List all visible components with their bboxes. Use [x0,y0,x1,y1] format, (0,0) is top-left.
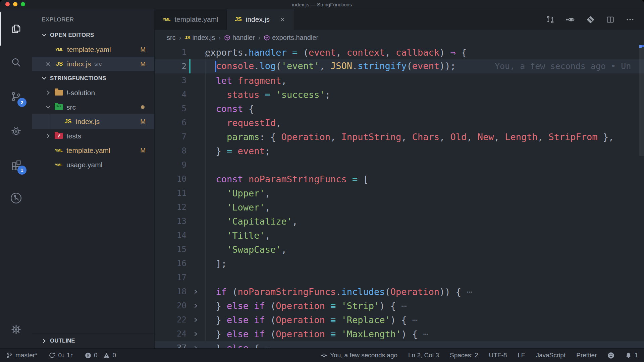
inline-blame-annotation: You, a few seconds ago • Un [495,61,631,71]
file-detail: src [94,61,102,67]
zoom-window-button[interactable] [21,2,25,6]
status-problems-errors[interactable]: 0 [85,352,98,359]
status-problems-warnings[interactable]: 0 [103,352,116,359]
status-encoding[interactable]: UTF-8 [489,352,507,359]
status-cursor-position[interactable]: Ln 2, Col 3 [408,352,439,359]
chevron-right-icon[interactable] [44,89,52,96]
code-line-8[interactable]: 8 } = event; [155,144,644,158]
code-line-16[interactable]: 16 ]; [155,256,644,270]
fold-chevron-icon[interactable] [186,303,205,309]
breadcrumb-item-src[interactable]: src [167,34,176,42]
file-label: !-solution [66,89,95,97]
activity-item-source-control[interactable]: 2 [0,79,32,113]
breadcrumb: src›JSindex.js›handler›exports.handler [155,30,644,45]
explorer-sidebar: EXPLORER OPEN EDITORSYMLtemplate.yamlMJS… [32,9,155,348]
tab-index.js[interactable]: JSindex.js [227,9,294,30]
tree-folder-tests[interactable]: tests [32,129,154,143]
code-line-18[interactable]: 18 if (noParamStringFuncs.includes(Opera… [155,285,644,299]
activity-item-explorer[interactable] [0,12,32,46]
breadcrumb-item-index.js[interactable]: JSindex.js [184,34,215,42]
close-editor-icon[interactable] [44,61,53,67]
code-line-11[interactable]: 11 'Upper', [155,186,644,200]
code-editor[interactable]: ⋯ 1exports.handler = (event, context, ca… [155,45,644,348]
chevron-right-icon[interactable] [44,133,52,139]
code-line-15[interactable]: 15 'SwapCase', [155,242,644,256]
code-line-2[interactable]: 2 console.log('event', JSON.stringify(ev… [155,59,644,73]
fold-chevron-icon[interactable] [186,345,205,349]
code-text: params: { Operation, InputString, Chars,… [205,132,614,142]
code-line-24[interactable]: 24 } else if (Operation ≡ 'MaxLength') {… [155,327,644,341]
activity-item-search[interactable] [0,46,32,79]
code-line-20[interactable]: 20 } else if (Operation ≡ 'Strip') { ⋯ [155,299,644,313]
line-number: 9 [155,160,186,170]
activity-item-extensions[interactable]: 1 [0,147,32,181]
tab-template.yaml[interactable]: YMLtemplate.yaml [155,9,227,30]
tree-folder--solution[interactable]: !-solution [32,85,154,100]
status-eol[interactable]: LF [518,352,525,359]
code-text: } else if (Operation ≡ 'MaxLength') { ⋯ [205,329,429,339]
status-label: Prettier [576,352,597,359]
chevron-down-icon[interactable] [44,104,52,110]
breadcrumb-item-handler[interactable]: handler [224,34,255,42]
git-modified-gutter [189,59,191,73]
status-feedback[interactable] [607,352,614,359]
close-window-button[interactable] [5,2,10,6]
file-label: template.yaml [66,146,110,155]
line-number: 24 [155,329,186,339]
compare-changes-icon[interactable] [546,15,555,24]
code-line-14[interactable]: 14 'Title', [155,228,644,242]
close-tab-icon[interactable] [279,16,286,23]
scrollbar-thumb[interactable] [639,45,644,156]
fold-chevron-icon[interactable] [186,317,205,323]
fold-chevron-icon[interactable] [186,289,205,295]
fold-chevron-icon[interactable] [186,331,205,337]
line-number: 4 [155,90,186,99]
code-line-10[interactable]: 10 const noParamStringFuncs = [ [155,172,644,186]
code-line-12[interactable]: 12 'Lower', [155,200,644,214]
code-line-1[interactable]: 1exports.handler = (event, context, call… [155,45,644,59]
activity-item-settings[interactable] [0,312,32,346]
editor-scrollbar[interactable] [639,45,644,348]
code-line-13[interactable]: 13 'Capitalize', [155,214,644,228]
section-header-open-editors[interactable]: OPEN EDITORS [32,28,154,42]
vscode-window: index.js — StringFunctions 21 EXPLORER O… [0,0,644,362]
code-line-5[interactable]: 5 const { [155,102,644,116]
outline-section-header[interactable]: OUTLINE [32,333,154,348]
status-label: Spaces: 2 [450,352,478,359]
code-line-22[interactable]: 22 } else if (Operation ≡ 'Replace') { ⋯ [155,313,644,327]
git-graph-icon[interactable] [586,15,595,24]
tree-file-index.js[interactable]: JSindex.jssrcM [32,57,154,71]
debug-icon [10,124,22,136]
code-line-17[interactable]: 17 [155,270,644,285]
tree-file-template.yaml[interactable]: YMLtemplate.yamlM [32,42,154,57]
activity-item-debug[interactable] [0,113,32,147]
status-git-branch[interactable]: master* [6,352,37,359]
tree-folder-src[interactable]: src [32,100,154,114]
sidebar-title: EXPLORER [32,9,154,28]
tab-bar: YMLtemplate.yamlJSindex.js [155,9,644,30]
minimize-window-button[interactable] [13,2,17,6]
status-formatter[interactable]: Prettier [576,352,597,359]
status-inline-blame[interactable]: You, a few seconds ago [321,352,397,359]
status-indentation[interactable]: Spaces: 2 [450,352,478,359]
status-right: You, a few seconds agoLn 2, Col 3Spaces:… [310,352,638,359]
more-actions-icon[interactable] [626,15,635,24]
tree-file-index.js[interactable]: JSindex.jsM [32,114,154,129]
code-line-7[interactable]: 7 params: { Operation, InputString, Char… [155,130,644,144]
tree-file-usage.yaml[interactable]: YMLusage.yaml [32,158,154,172]
code-line-37[interactable]: 37 } else { ⋯ [155,341,644,348]
tree-file-template.yaml[interactable]: YMLtemplate.yamlM [32,143,154,158]
breadcrumb-item-exports.handler[interactable]: exports.handler [264,34,318,42]
section-header-stringfunctions[interactable]: STRINGFUNCTIONS [32,71,154,85]
status-notifications[interactable]: 1 [625,352,638,359]
status-sync-changes[interactable]: 0↓ 1↑ [49,352,73,359]
code-text: requestId, [205,118,281,128]
code-line-3[interactable]: 3 let fragment, [155,73,644,87]
activity-item-aws-toolkit[interactable] [0,181,32,215]
toggle-file-blame-icon[interactable] [566,15,575,24]
split-editor-icon[interactable] [606,15,615,24]
code-line-4[interactable]: 4 status = 'success'; [155,87,644,102]
code-line-6[interactable]: 6 requestId, [155,116,644,130]
code-line-9[interactable]: 9 [155,158,644,172]
status-language-mode[interactable]: JavaScript [536,352,566,359]
